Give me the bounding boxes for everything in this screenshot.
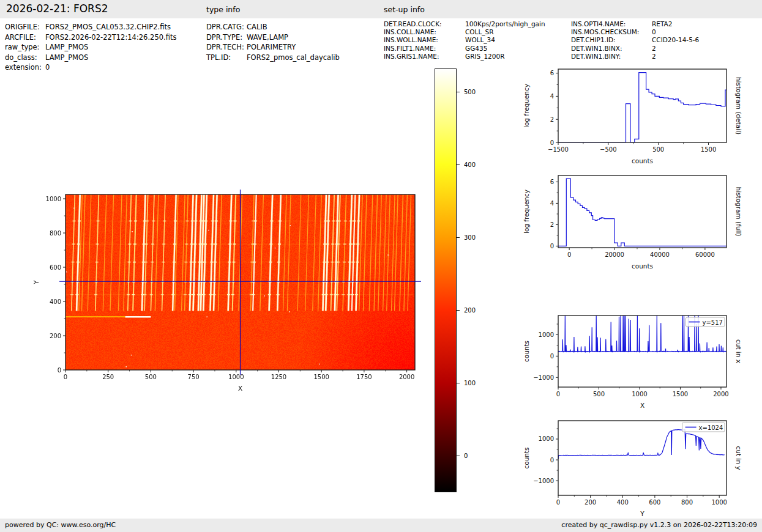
y-tick-label: −1000 — [533, 374, 554, 381]
meta-row: INS.GRIS1.NAME:GRIS_1200R — [384, 53, 545, 61]
meta-value: 0 — [45, 62, 50, 73]
colorbar-tick-label: 300 — [464, 234, 476, 241]
meta-value: 2 — [652, 45, 656, 53]
x-tick-label: 1000 — [632, 391, 647, 397]
meta-label: DET.CHIP1.ID: — [571, 36, 652, 44]
x-tick-label: 500 — [652, 146, 664, 153]
x-tick-label: 200 — [585, 499, 596, 506]
y-tick-label: 0 — [550, 243, 554, 249]
plot-background — [558, 69, 727, 142]
meta-value: RETA2 — [652, 20, 672, 28]
qc-rawdisp-page: 2026-02-21: FORS2 type info set-up info … — [0, 0, 762, 532]
x-tick-label: 1500 — [313, 374, 329, 380]
x-tick-label: 2000 — [713, 391, 728, 397]
meta-row: DET.WIN1.BINY:2 — [571, 53, 699, 61]
y-tick-label: 4 — [550, 93, 554, 100]
plot-background — [558, 316, 727, 387]
setup-info-header: set-up info — [384, 5, 425, 14]
meta-label: INS.MOS.CHECKSUM: — [571, 28, 652, 36]
meta-label: DPR.TECH: — [206, 42, 247, 53]
colorbar-tick-label: 0 — [464, 453, 468, 459]
meta-value: 0 — [652, 28, 656, 36]
y-tick-label: 1000 — [539, 435, 554, 442]
colorbar-tick — [457, 92, 460, 92]
meta-row: DET.WIN1.BINX:2 — [571, 45, 699, 53]
meta-label: DPR.CATG: — [206, 22, 247, 32]
colorbar-tick-label: 500 — [464, 89, 476, 95]
meta-row: ORIGFILE:FORS2_PMOS_CAL053.32.CHIP2.fits — [5, 22, 176, 32]
setup-info-col2: INS.OPTI4.NAME:RETA2INS.MOS.CHECKSUM:0DE… — [571, 20, 699, 61]
x-tick-label: 0 — [567, 251, 571, 258]
meta-row: DPR.TECH:POLARIMETRY — [206, 42, 340, 53]
plot-right-title: histogram (detail) — [735, 77, 742, 135]
colorbar-tick-label: 100 — [464, 380, 476, 386]
colorbar-tick — [457, 383, 460, 383]
meta-row: DET.CHIP1.ID:CCID20-14-5-6 — [571, 36, 699, 44]
meta-value: COLL_SR — [465, 28, 494, 36]
meta-row: INS.OPTI4.NAME:RETA2 — [571, 20, 699, 28]
x-tick-label: 1500 — [701, 146, 716, 153]
header-bar: 2026-02-21: FORS2 type info set-up info — [0, 0, 762, 18]
meta-row: DPR.TYPE:WAVE,LAMP — [206, 32, 340, 43]
meta-row: INS.FILT1.NAME:GG435 — [384, 45, 545, 53]
legend-label: y=517 — [703, 319, 723, 326]
meta-label: TPL.ID: — [206, 53, 247, 63]
histogram-full-plot: 02000040000600000246countslog frequencyh… — [507, 168, 762, 274]
x-tick-label: 0 — [64, 374, 67, 380]
meta-row: DPR.CATG:CALIB — [206, 22, 340, 32]
legend-label: x=1024 — [699, 424, 723, 431]
meta-row: TPL.ID:FORS2_pmos_cal_daycalib — [206, 53, 340, 63]
x-tick-label: 1750 — [356, 374, 372, 380]
x-tick-label: 600 — [649, 499, 660, 506]
colorbar-tick-label: 400 — [464, 161, 476, 168]
x-axis-label: counts — [632, 157, 653, 164]
meta-value: CALIB — [247, 22, 267, 32]
setup-info-col1: DET.READ.CLOCK:100Kps/2ports/high_gainIN… — [384, 20, 545, 61]
x-tick-label: 0 — [556, 499, 560, 506]
data-series-line — [558, 179, 727, 246]
y-tick-label: 4 — [550, 200, 554, 207]
x-tick-label: 1000 — [228, 374, 244, 380]
meta-value: FORS2_PMOS_CAL053.32.CHIP2.fits — [45, 22, 171, 32]
x-tick-label: 2000 — [399, 374, 414, 380]
meta-row: ARCFILE:FORS2.2026-02-22T12:14:26.250.fi… — [5, 32, 176, 43]
meta-row: INS.WOLL.NAME:WOLL_34 — [384, 36, 545, 44]
meta-label: DPR.TYPE: — [206, 32, 247, 43]
meta-label: extension: — [5, 62, 45, 73]
x-tick-label: 500 — [145, 374, 157, 380]
plot-frame — [558, 421, 727, 495]
meta-row: do_class:LAMP_PMOS — [5, 53, 176, 63]
y-tick-label: 6 — [550, 179, 554, 185]
data-series-line — [558, 316, 727, 352]
x-tick-label: 800 — [681, 499, 693, 506]
meta-row: INS.COLL.NAME:COLL_SR — [384, 28, 545, 36]
meta-label: DET.READ.CLOCK: — [384, 20, 465, 28]
colorbar-gradient — [435, 68, 457, 492]
y-tick-label: 0 — [550, 139, 554, 146]
meta-label: DET.WIN1.BINX: — [571, 45, 652, 53]
meta-row: extension:0 — [5, 62, 176, 73]
plot-right-title: cut in y — [735, 446, 742, 470]
y-axis-label: counts — [523, 447, 530, 468]
colorbar-tick-label: 200 — [464, 307, 476, 314]
file-info-block: ORIGFILE:FORS2_PMOS_CAL053.32.CHIP2.fits… — [5, 22, 176, 73]
meta-value: CCID20-14-5-6 — [652, 36, 699, 44]
meta-label: INS.WOLL.NAME: — [384, 36, 465, 44]
y-tick-label: 2 — [550, 116, 554, 123]
y-tick-label: 2 — [550, 221, 554, 228]
plot-right-title: cut in x — [735, 339, 742, 363]
x-axis-label: counts — [632, 262, 653, 270]
cut-in-y-plot: 02004006008001000−100001000Ycountscut in… — [507, 413, 762, 519]
y-tick-label: −1000 — [533, 478, 554, 484]
legend-box — [686, 317, 725, 327]
x-tick-label: 1250 — [271, 374, 286, 380]
plot-right-title: histogram (full) — [735, 187, 742, 237]
y-tick-label: 0 — [58, 367, 61, 374]
y-axis-label: log frequency — [523, 84, 530, 128]
histogram-detail-plot: −1500−50050015000246countslog frequencyh… — [507, 61, 762, 168]
x-axis-label: Y — [640, 510, 644, 517]
colorbar-tick — [457, 237, 460, 238]
y-tick-label: 600 — [50, 264, 61, 271]
colorbar-tick — [457, 164, 460, 165]
meta-label: ORIGFILE: — [5, 22, 45, 32]
